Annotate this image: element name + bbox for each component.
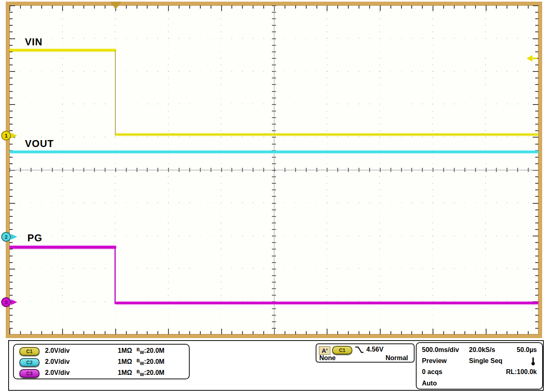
channel3-badge[interactable]: C3 — [19, 369, 40, 378]
pg-trace-label: PG — [27, 232, 43, 244]
trace-pg-high — [9, 246, 116, 249]
waveform-display-area: VIN VOUT PG — [9, 5, 538, 334]
trigger-mode: Normal — [386, 354, 408, 362]
channel3-scale: 2.0V/div — [45, 369, 70, 376]
acquisition-row: Preview Single Seq — [417, 356, 542, 367]
horizontal-acquisition-panel[interactable]: 500.0ms/div 20.0kS/s 50.0µs Preview Sing… — [416, 342, 543, 390]
channel3-impedance: 1MΩ — [118, 369, 132, 376]
auto-trigger-mode: Auto — [422, 380, 437, 387]
vout-trace-label: VOUT — [25, 138, 54, 149]
readout-bar: C1 2.0V/div 1MΩ BW:20.0M C2 2.0V/div 1MΩ… — [8, 340, 544, 391]
channel2-badge[interactable]: C2 — [19, 358, 40, 367]
trace-vin-high — [9, 49, 116, 51]
trace-vin-low — [116, 134, 538, 136]
channel1-row: C1 2.0V/div 1MΩ BW:20.0M — [14, 346, 189, 357]
trigger-settings-panel[interactable]: A' C1 4.56V None Normal — [316, 343, 415, 363]
channel3-marker-arrow-icon — [11, 299, 17, 305]
trigger-source-badge[interactable]: C1 — [332, 346, 352, 354]
oscilloscope-screen: VIN VOUT PG 1 2 3 C1 2.0V/div 1MΩ BW:20.… — [0, 0, 545, 392]
trace-pg-fall — [114, 247, 116, 304]
graticule-frame: VIN VOUT PG — [6, 2, 542, 338]
channel2-impedance: 1MΩ — [118, 358, 132, 365]
channel1-impedance: 1MΩ — [118, 347, 132, 354]
channel1-scale: 2.0V/div — [45, 347, 70, 354]
channel2-row: C2 2.0V/div 1MΩ BW:20.0M — [14, 357, 189, 368]
trigger-mode-row: Auto — [417, 378, 542, 389]
trigger-holdoff: None — [319, 354, 336, 362]
trace-pg-low — [116, 302, 538, 304]
falling-edge-icon — [354, 346, 364, 354]
trigger-bus-badge[interactable]: A' — [319, 346, 330, 355]
trigger-level-value: 4.56V — [366, 346, 384, 353]
horizontal-delay: 50.0µs — [517, 346, 537, 354]
record-length: RL:100.0k — [506, 368, 537, 376]
channel-settings-panel[interactable]: C1 2.0V/div 1MΩ BW:20.0M C2 2.0V/div 1MΩ… — [13, 344, 190, 379]
vin-trace-label: VIN — [25, 36, 43, 48]
center-vertical-axis — [274, 5, 274, 334]
trigger-level-arrow-tail — [532, 58, 537, 59]
timebase-row: 500.0ms/div 20.0kS/s 50.0µs — [417, 345, 542, 356]
timebase-scale: 500.0ms/div — [422, 346, 459, 354]
channel1-position-marker[interactable]: 1 — [1, 131, 11, 140]
record-row: 0 acqs RL:100.0k — [417, 367, 542, 378]
channel2-scale: 2.0V/div — [45, 358, 70, 365]
trace-vout-flat — [9, 151, 538, 153]
channel2-marker-arrow-icon — [11, 234, 17, 240]
channel3-position-marker[interactable]: 3 — [1, 297, 11, 307]
acquisition-count: 0 acqs — [422, 368, 442, 376]
thermometer-icon — [531, 357, 536, 366]
trace-vin-fall — [115, 50, 116, 136]
channel3-row: C3 2.0V/div 1MΩ BW:20.0M — [14, 368, 189, 379]
channel3-bandwidth: BW:20.0M — [137, 369, 164, 377]
channel2-position-marker[interactable]: 2 — [1, 232, 11, 242]
channel1-marker-arrow-icon — [11, 133, 17, 138]
channel2-bandwidth: BW:20.0M — [137, 358, 164, 366]
sample-rate: 20.0kS/s — [469, 346, 495, 354]
channel1-bandwidth: BW:20.0M — [137, 347, 164, 355]
acquisition-mode: Single Seq — [469, 357, 502, 365]
trigger-position-caret-icon[interactable] — [111, 2, 121, 9]
channel1-badge[interactable]: C1 — [19, 347, 40, 356]
acquisition-status: Preview — [422, 357, 446, 365]
